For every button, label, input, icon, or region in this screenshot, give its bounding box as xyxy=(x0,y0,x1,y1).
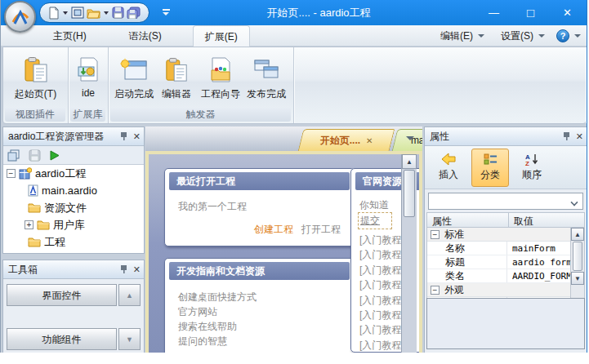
ribbon-tab-home[interactable]: 主页(H) xyxy=(42,25,98,47)
collapse-expander[interactable]: − xyxy=(7,169,16,178)
save-project-icon[interactable] xyxy=(29,149,41,162)
pin-icon[interactable] xyxy=(120,131,127,141)
insert-arrow-icon xyxy=(441,153,456,166)
scroll-up-icon[interactable]: ▲ xyxy=(571,228,584,241)
guide-link-shortcut[interactable]: 创建桌面快捷方式 xyxy=(178,290,257,304)
maximize-button[interactable]: □ xyxy=(512,0,549,25)
collapse-expander[interactable]: − xyxy=(431,230,440,239)
ide-button-label: ide xyxy=(82,87,95,99)
property-group-standard[interactable]: − 标准 xyxy=(427,228,584,242)
guide-link-website[interactable]: 官方网站 xyxy=(178,304,257,319)
ribbon-tab-syntax[interactable]: 语法(S) xyxy=(118,25,173,47)
project-wizard-button[interactable]: 工程向导 xyxy=(197,51,244,101)
start-page-button-label: 起始页(T) xyxy=(15,87,56,101)
startpage-clipboard-icon xyxy=(23,55,49,86)
components-bar[interactable]: 功能组件 xyxy=(7,328,117,350)
frame-window-icon[interactable] xyxy=(71,7,84,19)
pin-icon[interactable] xyxy=(120,264,127,274)
tab-list-dropdown-icon[interactable] xyxy=(406,136,414,140)
tree-item-resources[interactable]: 资源文件 xyxy=(3,199,144,216)
project-wizard-icon xyxy=(208,55,233,86)
open-folder-dropdown-icon[interactable] xyxy=(104,11,109,15)
tree-item-project-folder[interactable]: 工程 xyxy=(3,233,144,251)
recent-project-link[interactable]: 我的第一个工程 xyxy=(178,200,247,214)
scroll-up-icon[interactable]: ▲ xyxy=(118,284,141,306)
insert-button[interactable]: 插入 xyxy=(430,149,467,187)
web-link-did-you-know[interactable]: 你知道 xyxy=(359,198,389,212)
close-panel-icon[interactable]: ✕ xyxy=(576,131,583,142)
explorer-toolbar xyxy=(3,146,144,165)
tab-start-page[interactable]: 开始页.... ✕ xyxy=(298,129,395,151)
settings-menu-dropdown-icon[interactable] xyxy=(538,34,545,38)
tree-item-main-aardio[interactable]: main.aardio xyxy=(3,182,144,199)
customize-quick-access-icon[interactable] xyxy=(161,7,171,17)
property-group-appearance[interactable]: − 外观 xyxy=(427,283,584,297)
scrollbar-thumb[interactable] xyxy=(573,242,582,271)
open-folder-icon[interactable] xyxy=(87,7,100,19)
minimize-button[interactable]: — xyxy=(475,0,512,25)
column-header-value: 取值 xyxy=(509,213,584,227)
save-all-icon[interactable] xyxy=(127,7,141,19)
create-project-link[interactable]: 创建工程 xyxy=(254,223,293,237)
content-vertical-scrollbar[interactable]: ▲ xyxy=(401,154,417,353)
scroll-up-icon[interactable]: ▲ xyxy=(402,154,417,169)
ribbon-empty-area xyxy=(294,47,586,123)
ribbon-group-extension-library: ide 扩展库 xyxy=(69,47,109,123)
property-row-title[interactable]: 标题 aardio form xyxy=(427,255,584,269)
tree-item-project-root[interactable]: − aardio工程 xyxy=(3,165,144,182)
guide-link-online-help[interactable]: 搜索在线帮助 xyxy=(178,319,257,334)
settings-menu[interactable]: 设置(S) xyxy=(501,29,533,43)
collapse-expander[interactable]: − xyxy=(431,286,440,295)
publish-complete-button[interactable]: 发布完成 xyxy=(244,51,288,101)
edit-menu-dropdown-icon[interactable] xyxy=(478,34,484,38)
order-button[interactable]: A Z 顺序 xyxy=(513,149,551,187)
ide-button[interactable]: ide xyxy=(72,51,105,99)
scroll-down-icon[interactable]: ▼ xyxy=(118,328,141,350)
property-row-name[interactable]: 名称 mainForm xyxy=(427,242,584,255)
ribbon-group-triggers: 启动完成 编辑器 xyxy=(109,47,294,123)
guide-link-smart-questions[interactable]: 提问的智慧 xyxy=(178,334,257,348)
startup-complete-icon xyxy=(120,55,148,86)
categorize-button[interactable]: 分类 xyxy=(471,149,509,187)
dev-guide-title: 开发指南和文档资源 xyxy=(169,262,350,280)
run-icon[interactable] xyxy=(50,150,60,161)
save-icon[interactable] xyxy=(112,7,124,19)
expand-expander[interactable]: + xyxy=(25,220,33,229)
new-document-dropdown-icon[interactable] xyxy=(63,11,68,15)
tab-close-icon[interactable]: ✕ xyxy=(366,136,373,145)
publish-complete-icon xyxy=(252,55,280,86)
quick-access-toolbar xyxy=(39,2,149,23)
scrollbar-thumb[interactable] xyxy=(404,170,415,217)
column-header-property: 属性 xyxy=(427,213,509,227)
refresh-project-icon[interactable] xyxy=(7,149,20,162)
folder-icon xyxy=(28,202,41,213)
scroll-down-icon[interactable]: ▼ xyxy=(571,272,584,285)
explorer-header: aardio工程资源管理器 ✕ xyxy=(3,127,144,146)
pin-icon[interactable] xyxy=(563,131,570,141)
help-icon[interactable]: ? xyxy=(556,29,569,42)
close-button[interactable]: ✕ xyxy=(549,0,586,25)
ui-controls-bar[interactable]: 界面控件 xyxy=(7,284,117,306)
dev-guide-panel: 开发指南和文档资源 创建桌面快捷方式 官方网站 搜索在线帮助 提问的智慧 xyxy=(164,258,355,353)
application-menu-button[interactable] xyxy=(4,1,36,33)
edit-menu[interactable]: 编辑(E) xyxy=(440,29,473,43)
toolbox-section-ui-controls: 界面控件 ▲ xyxy=(7,284,141,306)
property-description-box xyxy=(426,298,585,349)
start-page-button[interactable]: 起始页(T) xyxy=(14,51,58,101)
ribbon-tab-extension[interactable]: 扩展(E) xyxy=(193,25,250,47)
close-panel-icon[interactable]: ✕ xyxy=(133,131,141,142)
editor-button[interactable]: 编辑器 xyxy=(156,51,197,101)
toolbox-header: 工具箱 ✕ xyxy=(3,260,144,279)
tree-item-user-library[interactable]: + 用户库 xyxy=(3,216,144,233)
object-selector-combobox[interactable] xyxy=(428,193,583,210)
properties-panel: 属性 ✕ 插入 分类 xyxy=(424,127,587,353)
web-link-submit[interactable]: 提交 xyxy=(358,212,392,229)
window-title: 开始页.... - aardio工程 xyxy=(181,0,457,25)
property-grid-scrollbar[interactable]: ▲ ▼ xyxy=(570,228,584,298)
startup-complete-button[interactable]: 启动完成 xyxy=(112,51,156,101)
open-project-link[interactable]: 打开工程 xyxy=(301,223,341,237)
property-row-classname[interactable]: 类名 AARDIO_FORM xyxy=(427,269,584,283)
close-panel-icon[interactable]: ✕ xyxy=(133,264,141,275)
new-document-icon[interactable] xyxy=(48,7,60,20)
help-dropdown-icon[interactable] xyxy=(574,34,581,38)
